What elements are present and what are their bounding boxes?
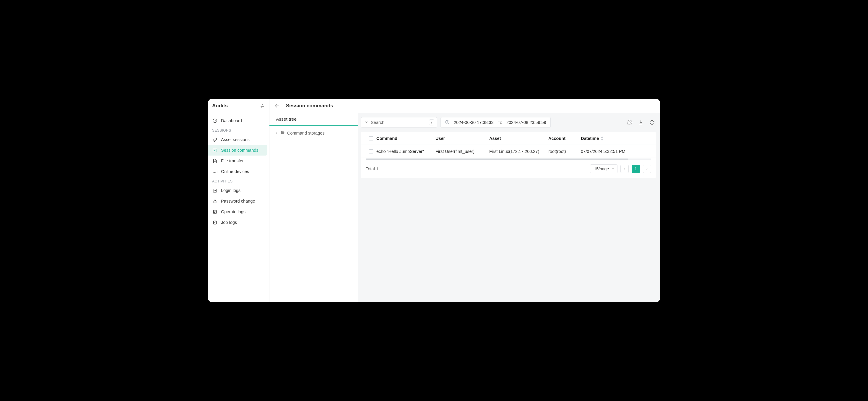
col-command[interactable]: Command	[376, 136, 435, 141]
svg-rect-5	[214, 201, 216, 203]
chevron-left-icon	[623, 167, 626, 171]
lock-icon	[212, 198, 217, 204]
chevron-down-icon	[611, 167, 615, 171]
page-title: Session commands	[286, 103, 333, 109]
toolbar: / 2024-06-30 17:38:33 To 2024-07-08 23:5…	[361, 117, 656, 128]
chevron-down-icon[interactable]	[364, 120, 368, 125]
total-count: Total 1	[366, 167, 378, 171]
page-size-value: 15/page	[594, 167, 609, 171]
asset-tree-body: Command storages	[270, 126, 358, 140]
module-title: Audits	[212, 103, 228, 109]
refresh-button[interactable]	[648, 119, 656, 126]
devices-icon	[212, 169, 217, 174]
chevron-right-icon	[274, 132, 279, 135]
svg-rect-3	[216, 171, 217, 173]
folder-icon	[281, 131, 285, 136]
download-icon	[638, 120, 644, 125]
sidebar-item-label: Operate logs	[221, 209, 246, 214]
page-size-select[interactable]: 15/page	[590, 165, 617, 173]
checklist-icon	[212, 220, 217, 225]
prev-page-button[interactable]	[620, 165, 629, 173]
refresh-icon	[649, 120, 655, 125]
sidebar: Audits Dashboard SESSIONS Asset sessions	[208, 99, 270, 302]
login-icon	[212, 188, 217, 193]
svg-rect-1	[213, 149, 217, 152]
col-user[interactable]: User	[435, 136, 489, 141]
date-from: 2024-06-30 17:38:33	[454, 120, 494, 125]
settings-button[interactable]	[626, 119, 633, 126]
sidebar-item-label: Online devices	[221, 169, 249, 174]
sidebar-nav: Dashboard SESSIONS Asset sessions Sessio…	[208, 113, 269, 230]
chevron-right-icon	[645, 167, 649, 171]
arrow-left-icon	[274, 103, 280, 109]
clock-icon	[445, 120, 450, 125]
commands-table: Command User Asset Account Datetime	[361, 132, 656, 160]
swap-icon	[258, 103, 265, 109]
table-footer: Total 1 15/page	[361, 160, 656, 174]
table-header: Command User Asset Account Datetime	[361, 132, 656, 145]
sidebar-item-login-logs[interactable]: Login logs	[208, 185, 267, 196]
sidebar-item-label: Password change	[221, 199, 255, 203]
file-transfer-icon	[212, 158, 217, 164]
asset-tree-header: Asset tree	[270, 113, 358, 126]
tree-item-label: Command storages	[287, 131, 325, 136]
nav-section-sessions: SESSIONS	[208, 126, 269, 134]
page-number-label: 1	[634, 167, 637, 171]
date-to: 2024-07-08 23:59:59	[506, 120, 546, 125]
topbar: Session commands	[270, 99, 660, 113]
sidebar-item-label: Dashboard	[221, 118, 242, 123]
table-row[interactable]: echo "Hello JumpServer" First User(first…	[361, 145, 656, 158]
sidebar-item-asset-sessions[interactable]: Asset sessions	[208, 134, 267, 145]
sidebar-item-job-logs[interactable]: Job logs	[208, 217, 267, 228]
sidebar-header: Audits	[208, 99, 269, 113]
cell-user: First User(first_user)	[435, 149, 489, 154]
back-button[interactable]	[274, 102, 281, 109]
sidebar-item-operate-logs[interactable]: Operate logs	[208, 206, 267, 217]
col-account[interactable]: Account	[548, 136, 581, 141]
sidebar-item-label: Job logs	[221, 220, 237, 225]
sidebar-item-file-transfer[interactable]: File transfer	[208, 155, 267, 166]
page-number-1[interactable]: 1	[632, 165, 640, 173]
date-range-picker[interactable]: 2024-06-30 17:38:33 To 2024-07-08 23:59:…	[440, 117, 551, 128]
tree-item-command-storages[interactable]: Command storages	[274, 129, 354, 137]
cell-asset: First Linux(172.17.200.27)	[489, 149, 548, 154]
scrollbar-thumb[interactable]	[366, 159, 628, 160]
sidebar-item-label: Asset sessions	[221, 137, 250, 142]
next-page-button[interactable]	[643, 165, 651, 173]
sort-icon	[601, 136, 603, 141]
search-shortcut-hint: /	[429, 119, 434, 125]
content: Asset tree Command storages	[270, 113, 660, 302]
results-card: Command User Asset Account Datetime	[361, 132, 656, 178]
search-input[interactable]	[371, 120, 427, 125]
sidebar-item-password-change[interactable]: Password change	[208, 196, 267, 206]
sidebar-item-label: Login logs	[221, 188, 241, 193]
col-datetime-label: Datetime	[581, 136, 599, 141]
cell-account: root(root)	[548, 149, 581, 154]
main-area: Session commands Asset tree Command stor…	[270, 99, 660, 302]
sidebar-item-session-commands[interactable]: Session commands	[208, 145, 267, 155]
sidebar-item-dashboard[interactable]: Dashboard	[208, 115, 267, 126]
svg-point-9	[629, 122, 630, 123]
svg-rect-2	[213, 170, 216, 172]
row-checkbox[interactable]	[369, 149, 373, 153]
nav-section-activities: ACTIVITIES	[208, 177, 269, 185]
select-all-checkbox[interactable]	[369, 136, 373, 141]
list-icon	[212, 209, 217, 214]
sidebar-item-label: File transfer	[221, 159, 244, 163]
search-box[interactable]: /	[361, 117, 437, 128]
download-button[interactable]	[637, 119, 645, 126]
right-pane: / 2024-06-30 17:38:33 To 2024-07-08 23:5…	[358, 113, 660, 302]
col-datetime[interactable]: Datetime	[581, 136, 637, 141]
date-to-label: To	[498, 120, 502, 125]
col-asset[interactable]: Asset	[489, 136, 548, 141]
gauge-icon	[212, 118, 217, 123]
horizontal-scrollbar[interactable]	[366, 159, 651, 160]
cell-command: echo "Hello JumpServer"	[376, 149, 435, 154]
sidebar-item-label: Session commands	[221, 148, 258, 152]
sidebar-item-online-devices[interactable]: Online devices	[208, 166, 267, 177]
terminal-icon	[212, 148, 217, 153]
app-window: Audits Dashboard SESSIONS Asset sessions	[208, 99, 660, 302]
pagination: 15/page 1	[590, 165, 651, 173]
cell-datetime: 07/07/2024 5:32:51 PM	[581, 149, 637, 154]
switch-module-button[interactable]	[258, 103, 265, 109]
